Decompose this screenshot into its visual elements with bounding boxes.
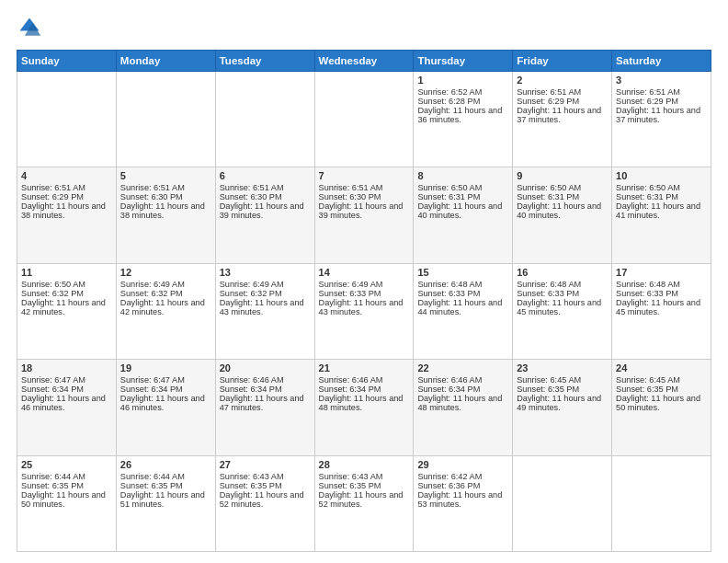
day-number: 13 xyxy=(220,267,311,278)
calendar-cell: 21Sunrise: 6:46 AMSunset: 6:34 PMDayligh… xyxy=(314,360,414,455)
day-info: Sunset: 6:31 PM xyxy=(616,192,707,201)
day-number: 24 xyxy=(616,362,707,373)
day-info: Sunrise: 6:50 AM xyxy=(21,280,112,289)
day-info: Daylight: 11 hours and 53 minutes. xyxy=(417,490,508,509)
calendar-cell: 17Sunrise: 6:48 AMSunset: 6:33 PMDayligh… xyxy=(612,263,711,359)
day-info: Sunrise: 6:47 AM xyxy=(120,375,211,385)
calendar-cell xyxy=(116,72,215,167)
day-number: 5 xyxy=(120,170,211,181)
calendar-cell: 13Sunrise: 6:49 AMSunset: 6:32 PMDayligh… xyxy=(215,263,314,359)
day-info: Daylight: 11 hours and 39 minutes. xyxy=(319,201,410,220)
day-info: Sunrise: 6:49 AM xyxy=(220,280,311,289)
day-info: Sunrise: 6:43 AM xyxy=(220,472,311,481)
page: SundayMondayTuesdayWednesdayThursdayFrid… xyxy=(0,0,728,563)
day-info: Sunrise: 6:44 AM xyxy=(120,472,211,481)
calendar-cell: 27Sunrise: 6:43 AMSunset: 6:35 PMDayligh… xyxy=(215,455,314,551)
day-header-friday: Friday xyxy=(513,51,612,72)
calendar-cell: 20Sunrise: 6:46 AMSunset: 6:34 PMDayligh… xyxy=(215,360,314,455)
calendar-cell: 3Sunrise: 6:51 AMSunset: 6:29 PMDaylight… xyxy=(612,72,711,167)
day-info: Sunrise: 6:51 AM xyxy=(220,183,311,192)
day-info: Daylight: 11 hours and 42 minutes. xyxy=(120,298,211,316)
day-info: Sunset: 6:30 PM xyxy=(220,192,311,201)
day-info: Sunset: 6:35 PM xyxy=(220,481,311,490)
day-info: Sunset: 6:29 PM xyxy=(517,97,608,106)
day-info: Sunset: 6:35 PM xyxy=(319,481,410,490)
day-info: Daylight: 11 hours and 48 minutes. xyxy=(319,394,410,412)
day-info: Sunset: 6:28 PM xyxy=(417,97,508,106)
day-info: Sunrise: 6:48 AM xyxy=(616,280,707,289)
calendar-cell xyxy=(215,72,314,167)
day-info: Sunrise: 6:46 AM xyxy=(220,375,311,385)
day-info: Sunrise: 6:51 AM xyxy=(21,183,112,192)
day-info: Sunset: 6:30 PM xyxy=(120,192,211,201)
calendar-cell: 18Sunrise: 6:47 AMSunset: 6:34 PMDayligh… xyxy=(17,360,117,455)
day-info: Sunrise: 6:50 AM xyxy=(517,183,608,192)
day-number: 2 xyxy=(517,75,608,86)
day-info: Daylight: 11 hours and 45 minutes. xyxy=(616,298,707,316)
calendar-cell: 23Sunrise: 6:45 AMSunset: 6:35 PMDayligh… xyxy=(513,360,612,455)
day-info: Daylight: 11 hours and 51 minutes. xyxy=(120,490,211,509)
calendar-cell: 14Sunrise: 6:49 AMSunset: 6:33 PMDayligh… xyxy=(314,263,414,359)
day-info: Sunset: 6:29 PM xyxy=(616,97,707,106)
day-info: Sunrise: 6:45 AM xyxy=(616,375,707,385)
calendar-cell xyxy=(513,455,612,551)
day-info: Sunset: 6:33 PM xyxy=(417,289,508,298)
day-info: Sunset: 6:35 PM xyxy=(517,385,608,394)
calendar-cell: 16Sunrise: 6:48 AMSunset: 6:33 PMDayligh… xyxy=(513,263,612,359)
day-info: Sunset: 6:31 PM xyxy=(517,192,608,201)
calendar-cell: 5Sunrise: 6:51 AMSunset: 6:30 PMDaylight… xyxy=(116,167,215,263)
day-number: 17 xyxy=(616,267,707,278)
day-info: Sunset: 6:34 PM xyxy=(120,385,211,394)
day-number: 22 xyxy=(417,362,508,373)
day-info: Sunset: 6:32 PM xyxy=(21,289,112,298)
calendar-cell: 11Sunrise: 6:50 AMSunset: 6:32 PMDayligh… xyxy=(17,263,117,359)
day-info: Sunset: 6:33 PM xyxy=(616,289,707,298)
day-number: 1 xyxy=(417,75,508,86)
day-info: Daylight: 11 hours and 38 minutes. xyxy=(120,201,211,220)
day-info: Sunset: 6:32 PM xyxy=(120,289,211,298)
day-number: 6 xyxy=(220,170,311,181)
day-info: Sunset: 6:34 PM xyxy=(417,385,508,394)
day-info: Sunrise: 6:44 AM xyxy=(21,472,112,481)
calendar-cell xyxy=(314,72,414,167)
day-info: Sunrise: 6:51 AM xyxy=(517,87,608,97)
day-number: 26 xyxy=(120,459,211,470)
logo xyxy=(17,15,46,40)
day-number: 27 xyxy=(220,459,311,470)
day-info: Daylight: 11 hours and 48 minutes. xyxy=(417,394,508,412)
day-info: Sunset: 6:33 PM xyxy=(517,289,608,298)
day-info: Sunrise: 6:46 AM xyxy=(319,375,410,385)
day-info: Sunrise: 6:46 AM xyxy=(417,375,508,385)
day-info: Sunrise: 6:50 AM xyxy=(616,183,707,192)
day-info: Sunrise: 6:48 AM xyxy=(417,280,508,289)
day-info: Sunrise: 6:48 AM xyxy=(517,280,608,289)
day-info: Sunrise: 6:43 AM xyxy=(319,472,410,481)
day-header-saturday: Saturday xyxy=(612,51,711,72)
calendar-cell: 7Sunrise: 6:51 AMSunset: 6:30 PMDaylight… xyxy=(314,167,414,263)
day-header-sunday: Sunday xyxy=(17,51,117,72)
day-info: Daylight: 11 hours and 38 minutes. xyxy=(21,201,112,220)
day-info: Sunrise: 6:47 AM xyxy=(21,375,112,385)
calendar-cell xyxy=(17,72,117,167)
day-info: Daylight: 11 hours and 49 minutes. xyxy=(517,394,608,412)
day-number: 28 xyxy=(319,459,410,470)
day-info: Sunrise: 6:50 AM xyxy=(417,183,508,192)
calendar-cell: 24Sunrise: 6:45 AMSunset: 6:35 PMDayligh… xyxy=(612,360,711,455)
day-number: 15 xyxy=(417,267,508,278)
day-info: Sunset: 6:33 PM xyxy=(319,289,410,298)
day-info: Daylight: 11 hours and 40 minutes. xyxy=(517,201,608,220)
day-info: Sunset: 6:35 PM xyxy=(120,481,211,490)
day-number: 7 xyxy=(319,170,410,181)
logo-icon xyxy=(17,15,42,40)
calendar-cell: 28Sunrise: 6:43 AMSunset: 6:35 PMDayligh… xyxy=(314,455,414,551)
day-info: Daylight: 11 hours and 41 minutes. xyxy=(616,201,707,220)
day-info: Daylight: 11 hours and 37 minutes. xyxy=(517,106,608,124)
day-info: Daylight: 11 hours and 37 minutes. xyxy=(616,106,707,124)
day-info: Daylight: 11 hours and 42 minutes. xyxy=(21,298,112,316)
day-info: Sunset: 6:34 PM xyxy=(319,385,410,394)
calendar-cell: 10Sunrise: 6:50 AMSunset: 6:31 PMDayligh… xyxy=(612,167,711,263)
day-number: 25 xyxy=(21,459,112,470)
day-header-tuesday: Tuesday xyxy=(215,51,314,72)
calendar-cell: 8Sunrise: 6:50 AMSunset: 6:31 PMDaylight… xyxy=(414,167,513,263)
calendar-cell: 19Sunrise: 6:47 AMSunset: 6:34 PMDayligh… xyxy=(116,360,215,455)
